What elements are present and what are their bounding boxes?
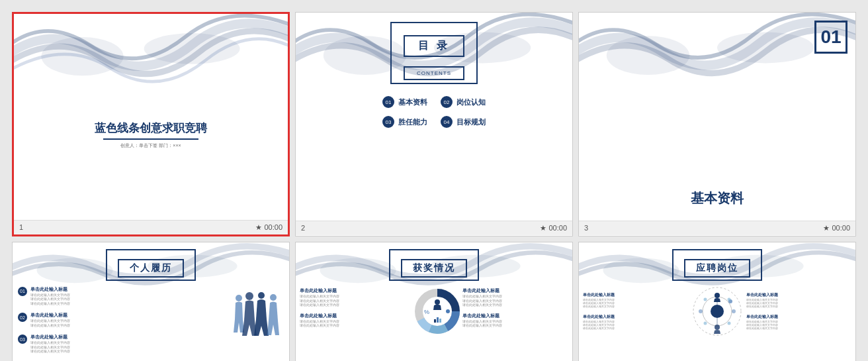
resume-item-detail-1: 请在此处输入相关文字内容请在此处输入相关文字内容请在此处输入相关文字内容 (30, 293, 224, 306)
slide-2-time-group: ★ 00:00 (540, 224, 567, 232)
svg-rect-24 (439, 319, 441, 323)
contents-num-2: 02 (441, 96, 453, 108)
slide-3-time-group: ★ 00:00 (823, 224, 850, 232)
svg-point-10 (258, 292, 265, 299)
pos-right-detail-1: 请在此处输入相关文字内容请在此处输入相关文字内容请在此处输入相关文字内容 (746, 298, 851, 309)
svg-point-38 (728, 297, 731, 301)
svg-point-25 (603, 258, 679, 283)
slide-5-award-content: 单击此处输入标题 请在此处输入相关文字内容请在此处输入相关文字内容请在此处输入相… (296, 281, 572, 335)
slide-2-title-box: 目 录 CONTENTS (390, 22, 478, 84)
resume-item-2: 02 单击此处输入标题 请在此处输入相关文字内容请在此处输入相关文字内容 (18, 312, 224, 327)
slide-1-time: 00:00 (264, 223, 282, 231)
svg-rect-23 (437, 317, 439, 323)
resume-item-text-3: 单击此处输入标题 请在此处输入相关文字内容请在此处输入相关文字内容请在此处输入相… (30, 334, 224, 354)
svg-point-30 (715, 293, 720, 298)
slide-6-content: 应聘岗位 单击此处输入标题 请在此处输入相关文字内容请在此处输入相关文字内容请在… (579, 242, 855, 362)
resume-item-detail-2: 请在此处输入相关文字内容请在此处输入相关文字内容 (30, 319, 224, 327)
svg-point-4 (607, 36, 689, 75)
slide-6[interactable]: 应聘岗位 单击此处输入标题 请在此处输入相关文字内容请在此处输入相关文字内容请在… (578, 242, 856, 362)
slide-3-num: 01 (820, 26, 841, 48)
pos-right-title-1: 单击此处输入标题 (746, 292, 851, 298)
slide-2-time: 00:00 (548, 224, 567, 232)
award-left-item-1: 单击此处输入标题 请在此处输入相关文字内容请在此处输入相关文字内容请在此处输入相… (300, 287, 406, 307)
slide-4-title-box: 个人履历 (106, 249, 196, 281)
svg-point-12 (320, 258, 396, 283)
contents-item-2: 02 岗位认知 (441, 96, 486, 108)
slide-4[interactable]: 个人履历 01 单击此处输入标题 请在此处输入相关文字内容请在此处输入相关文字内… (12, 242, 290, 362)
award-left-detail-2: 请在此处输入相关文字内容请在此处输入相关文字内容 (300, 319, 406, 328)
slide-2-footer: 2 ★ 00:00 (296, 221, 572, 235)
slide-1-underline (103, 138, 199, 140)
svg-point-11 (270, 294, 277, 301)
svg-point-32 (732, 309, 736, 313)
resume-item-1: 01 单击此处输入标题 请在此处输入相关文字内容请在此处输入相关文字内容请在此处… (18, 286, 224, 306)
pos-left-item-1: 单击此处输入标题 请在此处输入相关文字内容请在此处输入相关文字内容请在此处输入相… (583, 292, 688, 309)
resume-item-3: 03 单击此处输入标题 请在此处输入相关文字内容请在此处输入相关文字内容请在此处… (18, 334, 224, 354)
slide-1-title: 蓝色线条创意求职竞聘 创意人：单击下签 部门：××× (95, 121, 207, 149)
pos-left-title-1: 单击此处输入标题 (583, 292, 688, 298)
svg-point-6 (37, 258, 113, 283)
pos-right-item-2: 单击此处输入标题 请在此处输入相关文字内容请在此处输入相关文字内容请在此处输入相… (746, 314, 851, 331)
slide-3[interactable]: 01 基本资料 3 ★ 00:00 (578, 12, 856, 236)
svg-point-19 (435, 299, 440, 305)
award-left-title-1: 单击此处输入标题 (300, 287, 406, 294)
resume-item-num-1: 01 (18, 287, 27, 296)
slide-5[interactable]: 获奖情况 单击此处输入标题 请在此处输入相关文字内容请在此处输入相关文字内容请在… (295, 242, 573, 362)
resume-item-num-3: 03 (18, 335, 27, 344)
resume-item-text-1: 单击此处输入标题 请在此处输入相关文字内容请在此处输入相关文字内容请在此处输入相… (30, 286, 224, 306)
slide-3-time: 00:00 (832, 224, 850, 232)
star-icon-3: ★ (823, 224, 830, 232)
contents-label-4: 目标规划 (456, 117, 486, 127)
pos-left-item-2: 单击此处输入标题 请在此处输入相关文字内容请在此处输入相关文字内容请在此处输入相… (583, 314, 688, 331)
slide-5-title-box: 获奖情况 (389, 249, 479, 281)
svg-point-8 (236, 295, 242, 301)
pos-left-title-2: 单击此处输入标题 (583, 314, 688, 320)
pos-left-detail-2: 请在此处输入相关文字内容请在此处输入相关文字内容请在此处输入相关文字内容 (583, 320, 688, 331)
slide-1[interactable]: 蓝色线条创意求职竞聘 创意人：单击下签 部门：××× 1 ★ 00:00 (12, 12, 290, 236)
slide-5-left-items: 单击此处输入标题 请在此处输入相关文字内容请在此处输入相关文字内容请在此处输入相… (300, 287, 406, 328)
award-right-item-2: 单击此处输入标题 请在此处输入相关文字内容请在此处输入相关文字内容 (462, 313, 568, 328)
slide-2-content: 目 录 CONTENTS 01 基本资料 02 岗位认知 03 胜任能力 04 (296, 13, 572, 221)
slide-3-section-title: 基本资料 (691, 189, 744, 207)
slide-6-left-items: 单击此处输入标题 请在此处输入相关文字内容请在此处输入相关文字内容请在此处输入相… (583, 292, 688, 330)
resume-item-num-2: 02 (18, 313, 27, 322)
resume-item-title-2: 单击此处输入标题 (30, 312, 224, 319)
award-right-title-1: 单击此处输入标题 (462, 287, 568, 294)
slide-5-right-items: 单击此处输入标题 请在此处输入相关文字内容请在此处输入相关文字内容请在此处输入相… (462, 287, 568, 328)
slide-1-number: 1 (19, 223, 23, 231)
slide-3-content: 01 基本资料 (579, 13, 855, 221)
slide-6-title: 应聘岗位 (684, 259, 750, 278)
svg-point-37 (704, 321, 707, 325)
slide-2[interactable]: 目 录 CONTENTS 01 基本资料 02 岗位认知 03 胜任能力 04 (295, 12, 573, 236)
slides-grid: 蓝色线条创意求职竞聘 创意人：单击下签 部门：××× 1 ★ 00:00 (7, 7, 861, 361)
award-left-title-2: 单击此处输入标题 (300, 313, 406, 319)
resume-item-title-3: 单击此处输入标题 (30, 334, 224, 340)
slide-5-title: 获奖情况 (401, 259, 467, 278)
star-icon-1: ★ (255, 223, 262, 231)
award-right-detail-2: 请在此处输入相关文字内容请在此处输入相关文字内容 (462, 319, 568, 328)
slide-3-footer: 3 ★ 00:00 (579, 221, 855, 235)
contents-num-3: 03 (382, 116, 394, 128)
pos-right-item-1: 单击此处输入标题 请在此处输入相关文字内容请在此处输入相关文字内容请在此处输入相… (746, 292, 851, 309)
award-left-item-2: 单击此处输入标题 请在此处输入相关文字内容请在此处输入相关文字内容 (300, 313, 406, 328)
slide-6-title-box: 应聘岗位 (672, 249, 762, 281)
slide-2-number: 2 (301, 224, 305, 232)
svg-point-9 (245, 292, 253, 300)
contents-item-3: 03 胜任能力 (382, 116, 427, 128)
award-left-detail-1: 请在此处输入相关文字内容请在此处输入相关文字内容请在此处输入相关文字内容 (300, 294, 406, 307)
slide-4-silhouettes (231, 286, 284, 354)
slide-2-items: 01 基本资料 02 岗位认知 03 胜任能力 04 目标规划 (369, 96, 499, 128)
resume-item-text-2: 单击此处输入标题 请在此处输入相关文字内容请在此处输入相关文字内容 (30, 312, 224, 327)
svg-point-33 (715, 325, 720, 330)
svg-point-36 (728, 321, 731, 325)
svg-point-21 (446, 309, 450, 313)
contents-label-3: 胜任能力 (398, 117, 427, 127)
svg-point-34 (699, 309, 703, 313)
pos-left-detail-1: 请在此处输入相关文字内容请在此处输入相关文字内容请在此处输入相关文字内容 (583, 298, 688, 309)
pos-right-detail-2: 请在此处输入相关文字内容请在此处输入相关文字内容请在此处输入相关文字内容 (746, 320, 851, 331)
resume-item-title-1: 单击此处输入标题 (30, 286, 224, 293)
slide-3-num-box: 01 (814, 21, 847, 54)
contents-item-1: 01 基本资料 (382, 96, 427, 108)
slide-6-right-items: 单击此处输入标题 请在此处输入相关文字内容请在此处输入相关文字内容请在此处输入相… (746, 292, 851, 330)
contents-label-1: 基本资料 (398, 97, 427, 107)
